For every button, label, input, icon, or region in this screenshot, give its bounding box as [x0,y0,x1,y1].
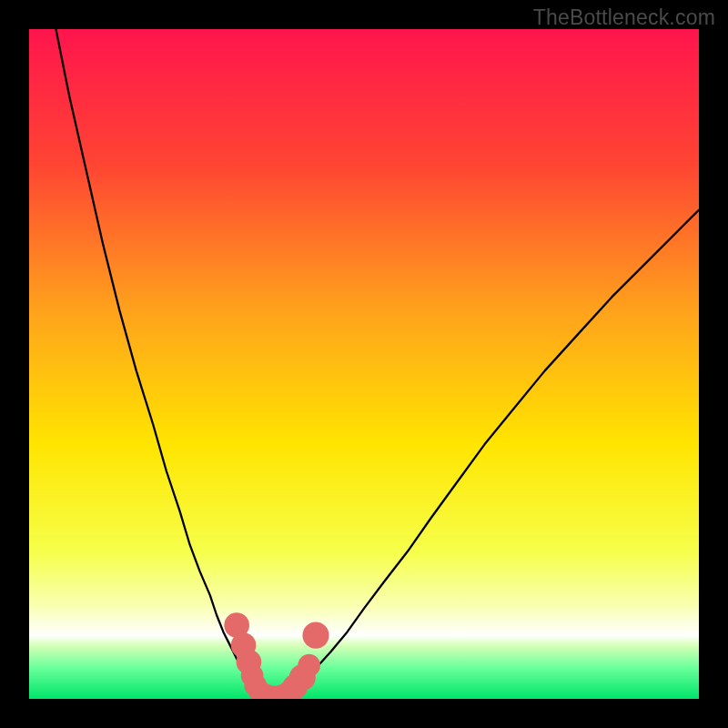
marker-point [302,622,329,649]
chart-svg [29,29,699,699]
chart-stage: TheBottleneck.com [0,0,728,728]
gradient-background [29,29,699,699]
marker-point [298,654,320,677]
watermark-text: TheBottleneck.com [533,5,715,30]
plot-area [29,29,699,699]
